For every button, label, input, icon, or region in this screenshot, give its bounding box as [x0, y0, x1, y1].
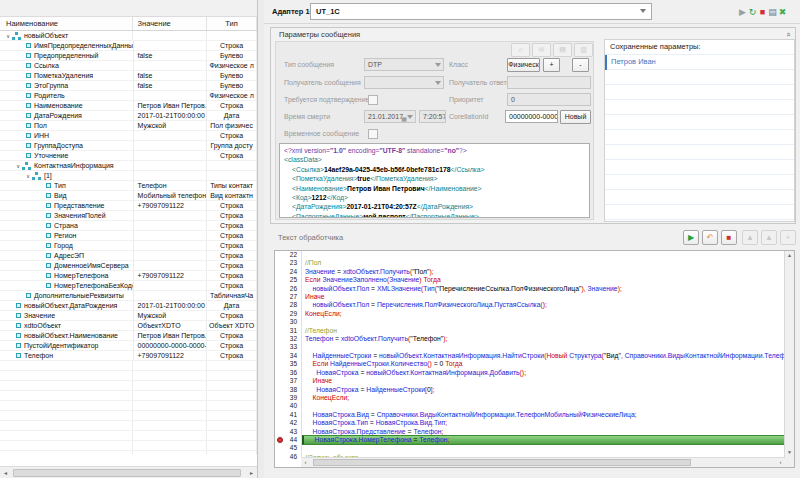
line-number[interactable]: 22: [275, 251, 301, 259]
tree-row[interactable]: новыйОбъект.НаименованиеПетров Иван Петр…: [0, 331, 257, 341]
message-type-select[interactable]: DTP: [364, 58, 444, 71]
stop-button[interactable]: ■: [721, 230, 737, 245]
step-up2-button[interactable]: ▲: [761, 230, 777, 245]
expand-arrow-icon[interactable]: ∨: [24, 171, 32, 180]
scroll-right-icon[interactable]: ›: [776, 458, 785, 467]
tree-row[interactable]: ЭтоГруппаfalseБулево: [0, 81, 257, 91]
breakpoint-icon[interactable]: [277, 437, 283, 443]
tree-row[interactable]: НомерТелефонаБезКодовСтрока: [0, 281, 257, 291]
line-number[interactable]: 32: [275, 335, 301, 343]
tree-row[interactable]: УточнениеСтрока: [0, 151, 257, 161]
tree-row[interactable]: ТипТелефонТипы контакт: [0, 181, 257, 191]
tree-row[interactable]: xdtoОбъектОбъектXDTOОбъект XDTO: [0, 321, 257, 331]
line-number[interactable]: 39: [275, 394, 301, 402]
tree-row[interactable]: новыйОбъект.ДатаРождения2017-01-21T00:00…: [0, 301, 257, 311]
line-number[interactable]: 28: [275, 301, 301, 309]
step-up-button[interactable]: ▲: [742, 230, 758, 245]
message-icon-button[interactable]: ✉: [532, 43, 551, 57]
tree-row[interactable]: ИННСтрока: [0, 131, 257, 141]
line-number[interactable]: 25: [275, 276, 301, 284]
code-editor[interactable]: 2223242526272829303132333435363738394041…: [274, 250, 795, 468]
correlation-id-field[interactable]: 00000000-0000-: [505, 110, 558, 123]
tree-row[interactable]: ЗначениеМужскойСтрока: [0, 311, 257, 321]
line-number[interactable]: 26: [275, 285, 301, 293]
recipient-select[interactable]: [364, 76, 444, 89]
tree-row[interactable]: ВидМобильный телефонВид контактн: [0, 191, 257, 201]
temporary-message-checkbox[interactable]: [368, 129, 378, 139]
saved-param-item[interactable]: Петров Иван: [605, 55, 794, 70]
tree-row[interactable]: ЗначенияПолейСтрока: [0, 211, 257, 221]
tree-row[interactable]: ИмяПредопределенныхДанныхСтрока: [0, 41, 257, 51]
remove-button[interactable]: -: [572, 58, 589, 72]
scroll-down-icon[interactable]: ▼: [785, 448, 794, 457]
expand-arrow-icon[interactable]: ∨: [4, 31, 12, 40]
tree-row[interactable]: ДоменноеИмяСервераСтрока: [0, 261, 257, 271]
line-number[interactable]: 41: [275, 411, 301, 419]
tree-row[interactable]: НомерТелефона+79097091122Строка: [0, 271, 257, 281]
line-number[interactable]: 23: [275, 259, 301, 267]
line-number[interactable]: 30: [275, 318, 301, 326]
line-number[interactable]: 40: [275, 402, 301, 410]
line-number[interactable]: 34: [275, 352, 301, 360]
scroll-left-icon[interactable]: ◂: [0, 468, 11, 478]
tree-row[interactable]: ∨КонтактнаяИнформация: [0, 161, 257, 171]
tree-horizontal-scrollbar[interactable]: ◂ ▸: [0, 466, 257, 478]
death-date-field[interactable]: 21.01.2017 ▦: [364, 110, 416, 123]
tree-row[interactable]: ∨новыйОбъект: [0, 31, 257, 41]
tree-row[interactable]: ДополнительныеРеквизитыТабличнаяЧа: [0, 291, 257, 301]
tree-row[interactable]: ПредопределенныйfalseБулево: [0, 51, 257, 61]
run-button[interactable]: ▶: [683, 230, 699, 245]
line-number[interactable]: 29: [275, 310, 301, 318]
add-button[interactable]: +: [780, 230, 796, 245]
editor-horizontal-scrollbar[interactable]: ‹ ›: [301, 457, 785, 467]
close-icon[interactable]: ✖: [777, 6, 788, 18]
line-number[interactable]: 42: [275, 419, 301, 427]
tree-row[interactable]: ПустойИдентификатор00000000-0000-0000-..…: [0, 341, 257, 351]
scroll-thumb[interactable]: [13, 469, 241, 477]
save-icon-button[interactable]: ▤: [553, 43, 572, 57]
tree-row[interactable]: Телефон+79097091122Строка: [0, 351, 257, 361]
tree-row[interactable]: Представление+79097091122Строка: [0, 201, 257, 211]
tree-row[interactable]: ГруппаДоступаГруппа досту: [0, 141, 257, 151]
scroll-up-icon[interactable]: ▲: [785, 251, 794, 260]
death-time-field[interactable]: 7:20:57: [419, 110, 446, 123]
column-header-value[interactable]: Значение: [133, 17, 207, 30]
line-number[interactable]: 43: [275, 428, 301, 436]
new-id-button[interactable]: Новый: [560, 110, 591, 124]
home-icon-button[interactable]: ⌂: [511, 43, 530, 57]
tree-row[interactable]: ГородСтрока: [0, 241, 257, 251]
scroll-right-icon[interactable]: ▸: [246, 468, 257, 478]
line-number[interactable]: 46: [275, 453, 301, 461]
reply-recipient-field[interactable]: [507, 76, 591, 89]
tree-row[interactable]: НаименованиеПетров Иван Петров...Строка: [0, 101, 257, 111]
save-as-icon-button[interactable]: ▥: [574, 43, 593, 57]
tree-row[interactable]: ПометкаУдаленияfalseБулево: [0, 71, 257, 81]
class-button[interactable]: Физическ: [507, 58, 540, 72]
adapter-select[interactable]: UT_1C: [310, 3, 652, 20]
tree-row[interactable]: АдресЭПСтрока: [0, 251, 257, 261]
priority-field[interactable]: 0: [507, 93, 591, 106]
editor-vertical-scrollbar[interactable]: ▲ ▼: [784, 251, 794, 467]
chevron-down-icon[interactable]: [640, 9, 646, 13]
line-number[interactable]: 45: [275, 444, 301, 452]
collapse-icon[interactable]: »: [783, 32, 792, 36]
message-xml-view[interactable]: <?xml version="1.0" encoding="UTF-8" sta…: [279, 143, 590, 218]
add-button[interactable]: +: [543, 58, 560, 72]
tree-row[interactable]: ДатаРождения2017-01-21T00:00:00Дата: [0, 111, 257, 121]
line-number[interactable]: 31: [275, 327, 301, 335]
line-number[interactable]: 27: [275, 293, 301, 301]
scroll-thumb[interactable]: [313, 459, 691, 466]
expand-arrow-icon[interactable]: ∨: [14, 161, 22, 170]
line-number[interactable]: 24: [275, 268, 301, 276]
tree-row[interactable]: РегионСтрока: [0, 231, 257, 241]
line-number[interactable]: 33: [275, 343, 301, 351]
tree-row[interactable]: СсылкаФизическое л: [0, 61, 257, 71]
tree-row[interactable]: ∨[1]: [0, 171, 257, 181]
column-header-type[interactable]: Тип: [207, 17, 257, 30]
column-header-name[interactable]: Наименование: [0, 17, 133, 30]
tree-row[interactable]: СтранаСтрока: [0, 221, 257, 231]
scroll-left-icon[interactable]: ‹: [301, 458, 310, 467]
line-number[interactable]: 37: [275, 377, 301, 385]
tree-row[interactable]: ПолМужскойПол физичес: [0, 121, 257, 131]
confirm-required-checkbox[interactable]: [368, 95, 378, 105]
